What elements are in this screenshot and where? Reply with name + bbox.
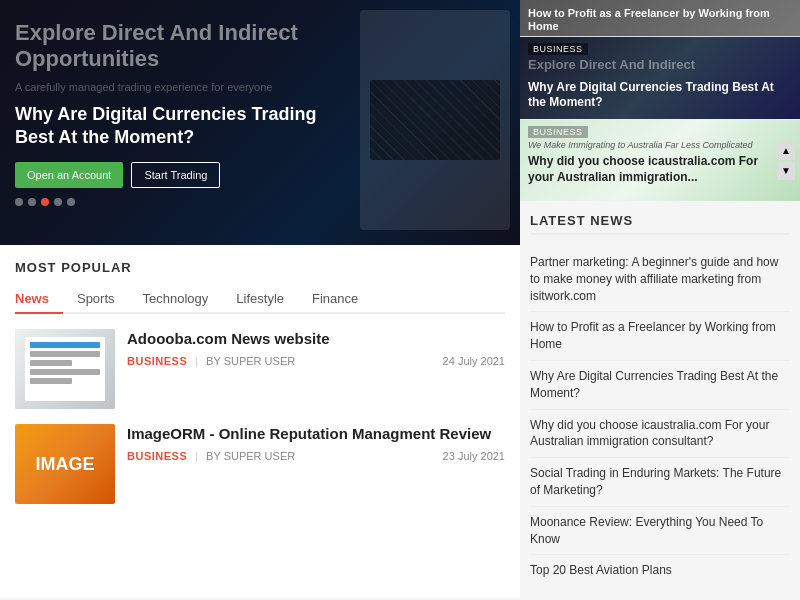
article-thumb-1: [15, 329, 115, 409]
article-author-1: BY SUPER USER: [206, 355, 295, 367]
most-popular-section: MOST POPULAR News Sports Technology Life…: [0, 245, 520, 524]
latest-item-1[interactable]: Partner marketing: A beginner's guide an…: [530, 247, 790, 312]
sidebar-immigration-text-area: We Make Immigrating to Australia Far Les…: [528, 126, 765, 185]
article-thumb-2: IMAGE: [15, 424, 115, 504]
hero-section: Explore Direct And Indirect Opportunitie…: [0, 0, 520, 245]
sidebar-card-title-2: Why Are Digital Currencies Trading Best …: [528, 80, 792, 111]
hero-article-title: Why Are Digital Currencies Trading Best …: [15, 103, 360, 150]
latest-news-section: LATEST NEWS Partner marketing: A beginne…: [520, 201, 800, 598]
tab-news[interactable]: News: [15, 285, 63, 314]
latest-item-6[interactable]: Moonance Review: Everything You Need To …: [530, 507, 790, 556]
article-meta-2: ImageORM - Online Reputation Managment R…: [127, 424, 505, 462]
latest-item-3[interactable]: Why Are Digital Currencies Trading Best …: [530, 361, 790, 410]
tab-finance[interactable]: Finance: [298, 285, 372, 314]
hero-big-title: Explore Direct And Indirect Opportunitie…: [15, 20, 360, 73]
scroll-indicator[interactable]: ▲ ▼: [777, 142, 795, 180]
scroll-down-button[interactable]: ▼: [777, 162, 795, 180]
device-screen: [370, 80, 500, 160]
tab-technology[interactable]: Technology: [129, 285, 223, 314]
article-title-2[interactable]: ImageORM - Online Reputation Managment R…: [127, 424, 505, 444]
dot-3[interactable]: [41, 198, 49, 206]
article-card-1: Adoooba.com News website BUSINESS | BY S…: [15, 329, 505, 409]
latest-news-title: LATEST NEWS: [530, 213, 790, 235]
open-account-button[interactable]: Open an Account: [15, 162, 123, 188]
sidebar-big-text: Explore Direct And Indirect: [528, 57, 792, 73]
latest-item-5[interactable]: Social Trading in Enduring Markets: The …: [530, 458, 790, 507]
hero-subtitle: A carefully managed trading experience f…: [15, 81, 360, 93]
thumb-image-text: IMAGE: [35, 454, 94, 475]
start-trading-button[interactable]: Start Trading: [131, 162, 220, 188]
dot-2[interactable]: [28, 198, 36, 206]
article-card-2: IMAGE ImageORM - Online Reputation Manag…: [15, 424, 505, 504]
sidebar-card-business-1: BUSINESS Explore Direct And Indirect Why…: [520, 37, 800, 119]
sidebar-card-freelancer: How to Profit as a Freelancer by Working…: [520, 0, 800, 37]
article-info-1: BUSINESS | BY SUPER USER 24 July 2021: [127, 355, 505, 367]
tab-sports[interactable]: Sports: [63, 285, 129, 314]
scroll-up-button[interactable]: ▲: [777, 142, 795, 160]
article-meta-1: Adoooba.com News website BUSINESS | BY S…: [127, 329, 505, 367]
sidebar-card-title-3: Why did you choose icaustralia.com For y…: [528, 154, 765, 185]
sidebar-label-business-1: BUSINESS: [528, 43, 588, 55]
article-category-1: BUSINESS: [127, 355, 187, 367]
article-date-1: 24 July 2021: [443, 355, 505, 367]
sidebar-card-title-1: How to Profit as a Freelancer by Working…: [528, 7, 792, 33]
tabs-row: News Sports Technology Lifestyle Finance: [15, 285, 505, 314]
latest-item-2[interactable]: How to Profit as a Freelancer by Working…: [530, 312, 790, 361]
dot-5[interactable]: [67, 198, 75, 206]
sidebar-immigration-tagline: We Make Immigrating to Australia Far Les…: [528, 140, 765, 150]
latest-item-4[interactable]: Why did you choose icaustralia.com For y…: [530, 410, 790, 459]
article-info-2: BUSINESS | BY SUPER USER 23 July 2021: [127, 450, 505, 462]
hero-dots: [15, 198, 360, 206]
sidebar-card-business-2: BUSINESS We Make Immigrating to Australi…: [520, 119, 800, 201]
latest-item-7[interactable]: Top 20 Best Aviation Plans: [530, 555, 790, 586]
dot-1[interactable]: [15, 198, 23, 206]
hero-device-graphic: [360, 10, 510, 230]
article-category-2: BUSINESS: [127, 450, 187, 462]
article-date-2: 23 July 2021: [443, 450, 505, 462]
article-author-2: BY SUPER USER: [206, 450, 295, 462]
tab-lifestyle[interactable]: Lifestyle: [222, 285, 298, 314]
most-popular-title: MOST POPULAR: [15, 260, 505, 275]
article-title-1[interactable]: Adoooba.com News website: [127, 329, 505, 349]
dot-4[interactable]: [54, 198, 62, 206]
